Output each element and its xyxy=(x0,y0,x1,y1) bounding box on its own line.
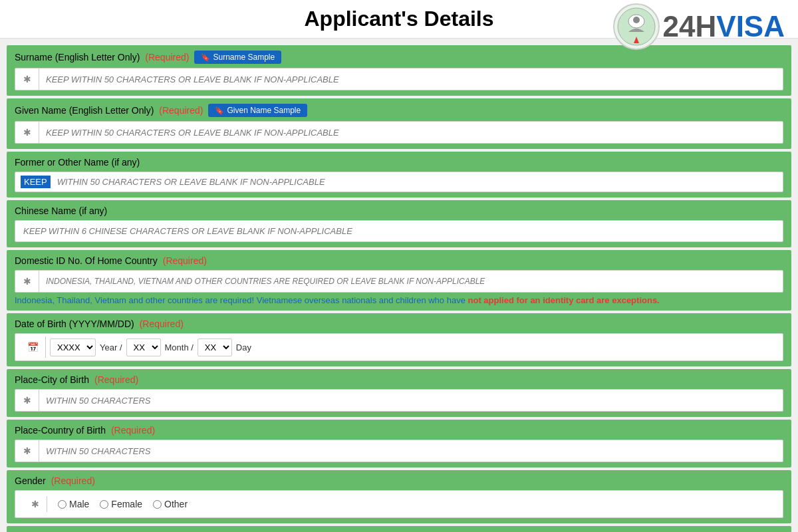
marital-section: Marital Status (Required) ✱ ----Please S… xyxy=(7,526,791,532)
birthcity-input[interactable] xyxy=(39,391,783,410)
dob-required: (Required) xyxy=(140,319,184,329)
dob-section: Date of Birth (YYYY/MM/DD) (Required) 📅 … xyxy=(7,313,791,366)
birthcountry-input[interactable] xyxy=(39,442,783,461)
givenname-section: Given Name (English Letter Only) (Requir… xyxy=(7,98,791,149)
dob-month-label: Month / xyxy=(165,342,194,352)
page-title: Applicant's Details xyxy=(304,7,493,31)
formername-highlight: KEEP xyxy=(21,176,51,188)
dob-icon: 📅 xyxy=(21,336,46,358)
dob-label-row: Date of Birth (YYYY/MM/DD) (Required) xyxy=(15,319,783,329)
birthcity-required: (Required) xyxy=(94,374,138,385)
surname-sample-btn[interactable]: Surname Sample xyxy=(194,51,281,64)
birthcity-input-row: ✱ xyxy=(15,389,783,412)
surname-input[interactable] xyxy=(39,70,783,89)
givenname-label-row: Given Name (English Letter Only) (Requir… xyxy=(15,104,783,117)
gender-icon: ✱ xyxy=(23,496,47,512)
surname-input-row: ✱ xyxy=(15,68,783,90)
chinesename-label-row: Chinese Name (if any) xyxy=(15,205,783,216)
gender-female-label: Female xyxy=(111,499,142,509)
domesticid-label-row: Domestic ID No. Of Home Country (Require… xyxy=(15,255,783,266)
birthcity-label-row: Place-City of Birth (Required) xyxy=(15,374,783,385)
domesticid-input[interactable] xyxy=(39,272,783,291)
formername-label-row: Former or Other Name (if any) xyxy=(15,157,783,168)
logo-area: 24HVISA xyxy=(613,3,785,50)
main-form-container: Surname (English Letter Only) (Required)… xyxy=(0,39,798,532)
formername-input[interactable] xyxy=(51,172,783,192)
gender-male-option[interactable]: Male xyxy=(58,499,89,509)
gender-male-radio[interactable] xyxy=(58,500,66,509)
birthcountry-label: Place-Country of Birth xyxy=(15,425,106,436)
birthcountry-section: Place-Country of Birth (Required) ✱ xyxy=(7,420,791,467)
logo-text: 24HVISA xyxy=(663,10,785,43)
domesticid-warning: Indonesia, Thailand, Vietnam and other c… xyxy=(15,295,783,305)
gender-label: Gender xyxy=(15,475,46,486)
gender-other-option[interactable]: Other xyxy=(153,499,188,509)
birthcountry-icon: ✱ xyxy=(15,440,39,462)
domesticid-icon: ✱ xyxy=(15,271,39,292)
gender-male-label: Male xyxy=(69,499,89,509)
logo-circle-icon xyxy=(613,3,660,50)
svg-point-2 xyxy=(633,17,640,23)
gender-other-radio[interactable] xyxy=(153,500,162,509)
domesticid-label: Domestic ID No. Of Home Country xyxy=(15,255,158,266)
surname-section: Surname (English Letter Only) (Required)… xyxy=(7,45,791,96)
dob-day-label: Day xyxy=(236,342,251,352)
gender-options-row: ✱ Male Female Other xyxy=(15,490,783,518)
surname-label: Surname (English Letter Only) xyxy=(15,52,140,63)
dob-label: Date of Birth (YYYY/MM/DD) xyxy=(15,319,134,329)
surname-label-row: Surname (English Letter Only) (Required)… xyxy=(15,51,783,64)
dob-day-select[interactable]: XX xyxy=(198,338,232,356)
dob-year-label: Year / xyxy=(100,342,122,352)
domesticid-warning-text: Indonesia, Thailand, Vietnam and other c… xyxy=(15,295,468,305)
chinesename-section: Chinese Name (if any) xyxy=(7,200,791,247)
givenname-icon: ✱ xyxy=(15,122,39,143)
domesticid-required: (Required) xyxy=(163,255,207,266)
formername-input-row: KEEP xyxy=(15,172,783,192)
dob-input-row: 📅 XXXX Year / XX Month / XX Day xyxy=(15,333,783,361)
domesticid-section: Domestic ID No. Of Home Country (Require… xyxy=(7,250,791,311)
birthcity-icon: ✱ xyxy=(15,390,39,411)
chinesename-input[interactable] xyxy=(15,220,783,242)
givenname-label: Given Name (English Letter Only) xyxy=(15,105,154,116)
page-header: Applicant's Details 24HVISA xyxy=(0,0,798,39)
birthcity-label: Place-City of Birth xyxy=(15,374,89,385)
givenname-required: (Required) xyxy=(159,105,203,116)
birthcountry-label-row: Place-Country of Birth (Required) xyxy=(15,425,783,436)
gender-section: Gender (Required) ✱ Male Female Other xyxy=(7,470,791,523)
surname-required: (Required) xyxy=(145,52,189,63)
domesticid-warning-link: not applied for an identity card are exc… xyxy=(468,295,660,305)
formername-label: Former or Other Name (if any) xyxy=(15,157,140,168)
dob-month-select[interactable]: XX xyxy=(126,338,161,356)
givenname-input[interactable] xyxy=(39,123,783,142)
givenname-sample-btn[interactable]: Given Name Sample xyxy=(208,104,307,117)
surname-icon: ✱ xyxy=(15,68,39,90)
gender-female-option[interactable]: Female xyxy=(100,499,142,509)
gender-other-label: Other xyxy=(164,499,188,509)
domesticid-input-row: ✱ xyxy=(15,270,783,293)
birthcountry-input-row: ✱ xyxy=(15,440,783,462)
gender-required: (Required) xyxy=(51,475,95,486)
gender-label-row: Gender (Required) xyxy=(15,475,783,486)
chinesename-label: Chinese Name (if any) xyxy=(15,205,107,216)
gender-female-radio[interactable] xyxy=(100,500,108,509)
birthcountry-required: (Required) xyxy=(111,425,155,436)
formername-section: Former or Other Name (if any) KEEP xyxy=(7,152,791,198)
birthcity-section: Place-City of Birth (Required) ✱ xyxy=(7,369,791,417)
dob-year-select[interactable]: XXXX xyxy=(50,338,96,356)
givenname-input-row: ✱ xyxy=(15,121,783,144)
